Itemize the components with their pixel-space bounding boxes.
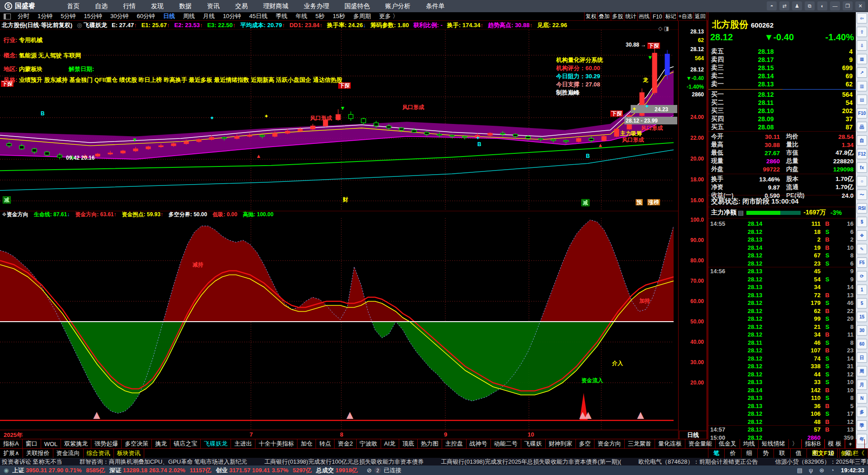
period-60分钟[interactable]: 60分钟 [132, 12, 159, 20]
tab-资金方向[interactable]: 资金方向 [594, 439, 625, 448]
close-icon[interactable]: ✕ [855, 1, 865, 10]
rtab-笔[interactable]: 笔 [708, 449, 724, 458]
menu-item[interactable]: 业务办理 [304, 2, 329, 10]
org-icon[interactable]: 品 [857, 122, 867, 132]
news-item[interactable]: 工商银行(01398)完成发行100亿元总损失吸收能力非资本债券 [264, 458, 424, 466]
tab-顶底[interactable]: 顶底 [399, 439, 418, 448]
money-icon[interactable]: $ [857, 217, 867, 227]
f5-icon[interactable]: F5 [857, 257, 867, 268]
period-15秒[interactable]: 15秒 [329, 12, 349, 20]
buy-row[interactable]: 买五28.0887 [708, 123, 856, 131]
tab-指标A[interactable]: 指标A [0, 439, 23, 448]
tab-低金叉[interactable]: 低金叉 [716, 439, 740, 448]
edit-icon[interactable]: ✎ [857, 244, 867, 254]
tab-转点[interactable]: 转点 [316, 439, 335, 448]
f10-icon[interactable]: F10 [857, 108, 867, 119]
tab-均线[interactable]: 均线 [740, 439, 759, 448]
user-icon[interactable]: ♟ [792, 1, 802, 10]
menu-item[interactable]: 行情 [123, 2, 136, 10]
down-icon[interactable]: ⇩ [857, 40, 867, 51]
rtab-联[interactable]: 联 [774, 449, 790, 458]
refresh-icon[interactable]: ⟳ [857, 271, 867, 281]
week-icon[interactable]: 周 [857, 366, 867, 376]
period-周线[interactable]: 周线 [179, 12, 199, 20]
tab-〉[interactable]: 〉 [789, 439, 802, 448]
menu-item[interactable]: 理财商城 [263, 2, 288, 10]
news-item[interactable]: 信源小贷（832905）：2025年三季度报告 [775, 458, 868, 466]
menu-item[interactable]: 条件单 [426, 2, 445, 10]
min5-icon[interactable]: 5 [857, 298, 867, 309]
period-更多 〉[interactable]: 更多 〉 [375, 12, 403, 20]
tab-多空[interactable]: 多空 [576, 439, 594, 448]
layout-icon[interactable] [4, 14, 11, 19]
tab-量化连板[interactable]: 量化连板 [655, 439, 685, 448]
n-icon[interactable]: N [857, 393, 867, 404]
tool-标记[interactable]: 标记 [664, 12, 677, 21]
tab-扩展∧[interactable]: 扩展∧ [0, 449, 23, 458]
trend-icon[interactable]: ↗ [857, 67, 867, 78]
usb-icon[interactable]: ψ [809, 467, 813, 474]
quarter-icon[interactable]: 季 [857, 420, 867, 431]
period-1分钟[interactable]: 1分钟 [33, 12, 57, 20]
tab-板块资讯[interactable]: 板块资讯 [114, 449, 144, 458]
transfer-icon[interactable]: ⇄ [779, 1, 789, 10]
tab-资金2[interactable]: 资金2 [335, 439, 356, 448]
sell-row[interactable]: 卖二28.1469 [708, 72, 856, 80]
tab-主进出[interactable]: 主进出 [231, 439, 255, 448]
rsi-icon[interactable]: RSI [857, 203, 867, 214]
fx-icon[interactable]: fx [857, 162, 867, 173]
news-item[interactable]: 群智咨询：商用换机潮叠加CPU、GPU革命 笔电市场进入新纪元 [80, 458, 247, 466]
indicator-chart[interactable]: ▲▲▲▲▲减持加持介入资金流入 [0, 218, 678, 430]
rtab-值[interactable]: 值 [790, 449, 807, 458]
index-quote[interactable]: 深证 13289.18 263.74 2.02% 11157亿 [109, 466, 211, 475]
sell-row[interactable]: 卖四28.179 [708, 56, 856, 64]
tab-多空决策[interactable]: 多空决策 [122, 439, 152, 448]
tool-复权[interactable]: 复权 [585, 12, 598, 21]
tool-F10[interactable]: F10 [651, 12, 664, 21]
menu-item[interactable]: 交易 [235, 2, 248, 10]
news-ticker[interactable]: 投资者诉讼 坚称无不当群智咨询：商用换机潮叠加CPU、GPU革命 笔电市场进入新… [0, 458, 868, 466]
doc-icon[interactable]: ▤ [738, 209, 744, 216]
timer-icon[interactable]: ◔ [830, 467, 834, 474]
list-icon[interactable]: ▤ [857, 95, 867, 105]
tab-资金流向[interactable]: 资金流向 [53, 449, 84, 458]
period-5秒[interactable]: 5秒 [311, 12, 329, 20]
day-icon[interactable]: 日 [857, 352, 867, 363]
sell-row[interactable]: 卖五28.184 [708, 48, 856, 56]
rtab-势[interactable]: 势 [757, 449, 774, 458]
min15-icon[interactable]: 15 [857, 312, 867, 322]
period-10分钟[interactable]: 10分钟 [219, 12, 245, 20]
min30-icon[interactable]: 30 [857, 325, 867, 336]
board-icon[interactable]: ▦ [857, 54, 867, 64]
buy-row[interactable]: 买一28.12564 [708, 90, 856, 99]
wave-icon[interactable]: 〜 [857, 190, 867, 200]
circle-icon[interactable]: ○ [857, 176, 867, 186]
sell-row[interactable]: 卖三28.15699 [708, 64, 856, 72]
tab-战神号[interactable]: 战神号 [467, 439, 491, 448]
panel-icon[interactable]: ▤ [797, 467, 802, 474]
auto-icon[interactable]: 自 [857, 135, 867, 146]
index-quote[interactable]: 上证 3950.31 27.90 0.71% 8585亿 [12, 466, 105, 475]
tab-综合资讯[interactable]: 综合资讯 [84, 449, 114, 458]
news-item[interactable]: 工商银行(01398)完成发行2025年总损失吸收能力非资本债券(第一期)( [441, 458, 621, 466]
rtab-逆[interactable]: 逆 [823, 449, 839, 458]
period-分时[interactable]: 分时 [14, 12, 33, 20]
multi-icon[interactable]: 多 [857, 407, 867, 417]
buy-row[interactable]: 买三28.10202 [708, 107, 856, 115]
tool-画线[interactable]: 画线 [638, 12, 651, 21]
screen-icon[interactable]: ⧉ [805, 1, 815, 10]
period-30分钟[interactable]: 30分钟 [106, 12, 132, 20]
menu-item[interactable]: 资讯 [207, 2, 220, 10]
move-icon[interactable]: ✥ [857, 230, 867, 241]
index-quote[interactable]: 创业 3171.57 109.41 3.57% 5297亿 [216, 466, 311, 475]
tab-AI龙[interactable]: AI龙 [381, 439, 399, 448]
tab-十全十美指标[interactable]: 十全十美指标 [255, 439, 297, 448]
tab-指标B[interactable]: 指标B [802, 439, 825, 448]
rtab-筹[interactable]: 筹 [840, 449, 856, 458]
tab-财神到家[interactable]: 财神到家 [546, 439, 576, 448]
tab-+[interactable]: + [845, 439, 856, 448]
rtab-价[interactable]: 价 [724, 449, 741, 458]
sell-row[interactable]: 卖一28.1362 [708, 80, 856, 88]
period-5分钟[interactable]: 5分钟 [57, 12, 80, 20]
tool-返回[interactable]: 返回 [694, 12, 707, 21]
